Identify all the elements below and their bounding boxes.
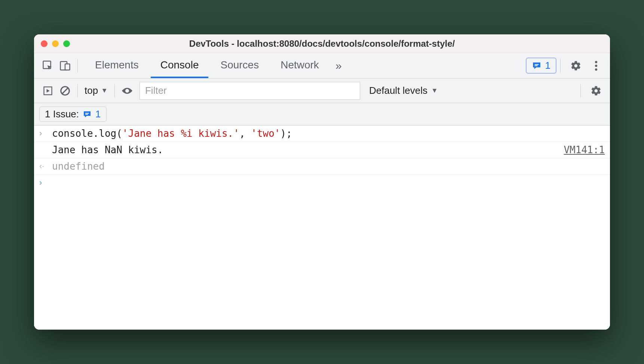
close-window-button[interactable]	[41, 40, 47, 47]
console-return-row: ‹· undefined	[34, 158, 610, 175]
code-token: );	[280, 128, 292, 139]
issues-count: 1	[545, 60, 551, 71]
svg-point-7	[595, 68, 597, 70]
titlebar: DevTools - localhost:8080/docs/devtools/…	[34, 34, 610, 53]
console-input-code: console.log('Jane has %i kiwis.', 'two')…	[52, 128, 605, 139]
code-string: 'Jane has %i kiwis.'	[122, 128, 239, 139]
console-settings-button[interactable]	[588, 82, 605, 99]
issues-bar: 1 Issue: 1	[34, 103, 610, 126]
issues-chip[interactable]: 1 Issue: 1	[39, 107, 107, 122]
svg-rect-11	[85, 113, 89, 114]
code-token: console.log(	[52, 128, 122, 139]
filter-input[interactable]	[139, 82, 360, 100]
toggle-sidebar-button[interactable]	[39, 82, 56, 99]
divider	[77, 59, 78, 73]
input-chevron-icon: ›	[39, 128, 52, 138]
traffic-lights	[41, 40, 70, 47]
tab-sources[interactable]: Sources	[211, 53, 269, 78]
svg-rect-2	[65, 64, 70, 70]
console-log-row: Jane has NaN kiwis. VM141:1	[34, 142, 610, 158]
console-input-row: › console.log('Jane has %i kiwis.', 'two…	[34, 126, 610, 142]
main-tabbar: Elements Console Sources Network » 1	[34, 53, 610, 78]
code-string: 'two'	[251, 128, 280, 139]
divider	[77, 84, 78, 98]
tab-elements[interactable]: Elements	[85, 53, 148, 78]
svg-rect-3	[534, 64, 539, 65]
context-selector[interactable]: top ▼	[82, 85, 111, 96]
console-return-value: undefined	[52, 161, 605, 172]
more-options-button[interactable]	[588, 57, 605, 74]
output-chevron-icon: ‹·	[39, 161, 52, 171]
svg-line-10	[62, 87, 68, 93]
divider	[560, 59, 561, 73]
issues-icon	[532, 61, 542, 71]
settings-button[interactable]	[567, 57, 585, 74]
window-title: DevTools - localhost:8080/docs/devtools/…	[34, 38, 610, 49]
device-toolbar-icon[interactable]	[56, 57, 74, 74]
console-log-message: Jane has NaN kiwis.	[52, 144, 556, 155]
code-token: ,	[239, 128, 251, 139]
dropdown-icon: ▼	[431, 87, 438, 95]
prompt-chevron-icon: ›	[39, 177, 52, 188]
inspect-element-icon[interactable]	[39, 57, 56, 74]
svg-rect-12	[85, 114, 88, 115]
clear-console-button[interactable]	[56, 82, 74, 99]
levels-label: Default levels	[369, 85, 427, 96]
issues-counter[interactable]: 1	[526, 58, 556, 74]
source-link[interactable]: VM141:1	[564, 144, 605, 155]
divider	[580, 84, 581, 98]
more-tabs-button[interactable]: »	[329, 59, 349, 72]
dropdown-icon: ▼	[101, 87, 108, 95]
context-label: top	[85, 85, 98, 96]
divider	[114, 84, 115, 98]
console-toolbar: top ▼ Default levels ▼	[34, 78, 610, 103]
console-prompt-row[interactable]: ›	[34, 175, 610, 191]
console-output: › console.log('Jane has %i kiwis.', 'two…	[34, 126, 610, 330]
issues-chip-count: 1	[95, 108, 101, 120]
devtools-window: DevTools - localhost:8080/docs/devtools/…	[34, 34, 610, 330]
gear-icon	[570, 60, 582, 71]
tab-network[interactable]: Network	[271, 53, 329, 78]
live-expression-button[interactable]	[119, 82, 136, 99]
gutter-spacer	[39, 144, 52, 145]
tab-console[interactable]: Console	[151, 53, 209, 78]
svg-rect-4	[534, 65, 537, 66]
log-levels-selector[interactable]: Default levels ▼	[369, 85, 438, 96]
eye-icon	[121, 86, 134, 95]
panel-tabs: Elements Console Sources Network	[85, 53, 329, 78]
svg-point-6	[595, 64, 597, 67]
kebab-icon	[595, 60, 598, 71]
issues-icon	[83, 110, 92, 119]
gear-icon	[591, 85, 602, 96]
maximize-window-button[interactable]	[63, 40, 70, 47]
svg-point-5	[595, 61, 597, 63]
minimize-window-button[interactable]	[52, 40, 59, 47]
issues-chip-label: 1 Issue:	[45, 108, 79, 120]
